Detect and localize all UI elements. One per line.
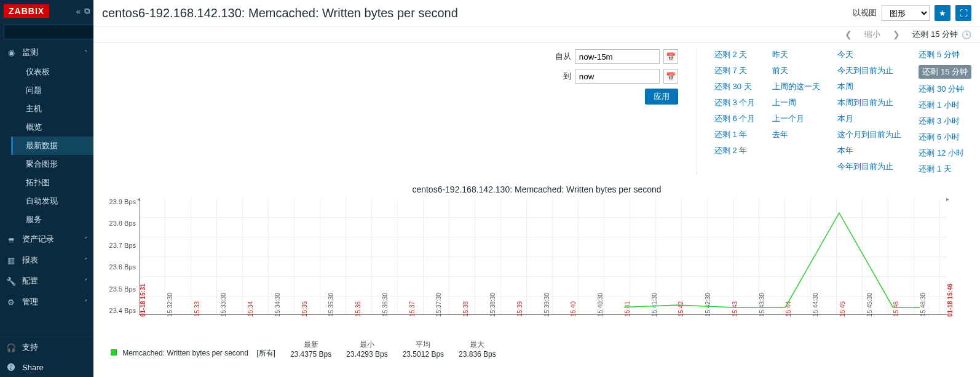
time-preset-link[interactable]: 还剩 2 年 [714,145,755,156]
time-preset-link[interactable]: 还剩 1 年 [714,129,755,140]
legend-col-val: 23.836 Bps [459,350,496,359]
time-preset-link[interactable]: 上一个月 [772,113,820,124]
time-preset-link[interactable]: 还剩 6 个月 [714,113,755,124]
sidebar-section-inventory[interactable]: ≣ 资产记录 ˅ [0,229,93,250]
time-preset-link[interactable]: 本周 [837,81,901,92]
sidebar-item-latestdata[interactable]: 最新数据 [11,137,93,155]
time-current-label: 还剩 15 分钟 [912,29,958,40]
sidebar-section-reports[interactable]: ▥ 报表 ˅ [0,250,93,271]
chevron-down-icon: ˅ [84,299,87,306]
time-preset-link[interactable]: 上一周 [772,97,820,108]
time-preset-link[interactable]: 本周到目前为止 [837,97,901,108]
y-tick-label: 23.8 Bps [105,220,136,227]
gear-icon: ⚙ [6,298,16,307]
legend-col-val: 23.4375 Bps [290,350,331,359]
y-tick-label: 23.4 Bps [105,307,136,314]
time-preset-link[interactable]: 还剩 12 小时 [919,148,971,159]
sidebar-item-problems[interactable]: 问题 [0,81,93,100]
sidebar-footer-label: Share [22,363,44,372]
time-preset-link[interactable]: 这个月到目前为止 [837,129,901,140]
sidebar-section-config[interactable]: 🔧 配置 ˅ [0,271,93,292]
sidebar-header: ZABBIX « ⧉ [0,0,93,22]
from-label: 自从 [547,51,571,62]
apply-button[interactable]: 应用 [645,89,678,105]
time-preset-link[interactable]: 还剩 5 分钟 [919,49,971,60]
sidebar-item-services[interactable]: 服务 [0,210,93,229]
y-tick-label: 23.5 Bps [105,285,136,293]
y-tick-label: 23.6 Bps [105,263,136,271]
time-preset-link[interactable]: 本年 [837,145,901,156]
sidebar-section-label: 管理 [22,296,38,308]
chart-plot-area[interactable]: ◂ ▸ 23.9 Bps23.8 Bps23.7 Bps23.6 Bps23.5… [139,198,947,315]
sidebar-item-screens[interactable]: 聚合图形 [0,155,93,173]
sidebar-share[interactable]: 🅩 Share [0,358,93,377]
clock-icon: 🕒 [962,30,971,39]
time-preset-link[interactable]: 上周的这一天 [772,81,820,92]
to-input[interactable] [575,69,660,84]
chart-title: centos6-192.168.142.130: Memcached: Writ… [102,181,971,198]
time-preset-link[interactable]: 今年到目前为止 [837,161,901,172]
to-label: 到 [547,71,571,82]
time-preset-link[interactable]: 还剩 3 小时 [919,116,971,127]
chart-line [140,198,947,314]
chart-container: centos6-192.168.142.130: Memcached: Writ… [93,181,980,365]
chart-y-axis: 23.9 Bps23.8 Bps23.7 Bps23.6 Bps23.5 Bps… [105,198,136,314]
time-preset-link[interactable]: 还剩 30 天 [714,81,755,92]
time-filter-panel: 自从 📅 到 📅 应用 还剩 2 天还剩 7 天还剩 30 天还剩 3 个月还剩… [93,43,980,181]
sidebar-section-label: 监测 [22,47,38,58]
y-tick-label: 23.9 Bps [105,198,136,205]
sidebar-section-label: 配置 [22,276,38,287]
sidebar-section-monitoring[interactable]: ◉ 监测 ˄ [0,42,93,63]
sidebar-collapse-icon[interactable]: « [76,7,81,16]
chevron-up-icon: ˄ [84,49,87,56]
sidebar-item-dashboard[interactable]: 仪表板 [0,63,93,81]
share-icon: 🅩 [6,363,16,372]
legend-col-val: 23.4293 Bps [346,350,387,359]
sidebar-item-maps[interactable]: 拓扑图 [0,173,93,192]
legend-col-val: 23.5012 Bps [403,350,444,359]
list-icon: ≣ [6,235,16,244]
time-preset-link[interactable]: 还剩 6 小时 [919,132,971,143]
time-preset-link[interactable]: 昨天 [772,49,820,60]
to-calendar-button[interactable]: 📅 [663,69,678,84]
fullscreen-button[interactable]: ⛶ [955,5,971,21]
from-calendar-button[interactable]: 📅 [663,49,678,64]
time-preset-link[interactable]: 还剩 30 分钟 [919,84,971,95]
expand-icon: ⛶ [960,9,968,18]
chart-x-axis: 01-18 15:3115:32:3015:3315:33:3015:3415:… [140,314,947,342]
legend-scope: [所有] [256,349,275,357]
sidebar-section-admin[interactable]: ⚙ 管理 ˅ [0,292,93,312]
time-preset-link[interactable]: 前天 [772,65,820,76]
calendar-icon: 📅 [666,72,676,81]
calendar-icon: 📅 [666,52,676,62]
time-preset-link[interactable]: 还剩 3 个月 [714,97,755,108]
sidebar-item-discovery[interactable]: 自动发现 [0,192,93,210]
sidebar-item-hosts[interactable]: 主机 [0,100,93,118]
time-preset-link[interactable]: 还剩 15 分钟 [919,65,971,79]
y-tick-label: 23.7 Bps [105,242,136,249]
sidebar-item-overview[interactable]: 概览 [0,118,93,137]
time-preset-link[interactable]: 去年 [772,129,820,140]
time-preset-link[interactable]: 还剩 1 小时 [919,100,971,111]
time-zoomout-button[interactable]: 缩小 [864,29,880,40]
eye-icon: ◉ [6,48,16,57]
from-input[interactable] [575,49,660,64]
time-preset-link[interactable]: 本月 [837,113,901,124]
brand-logo[interactable]: ZABBIX [4,4,49,18]
time-preset-link[interactable]: 还剩 2 天 [714,49,755,60]
time-preset-link[interactable]: 今天 [837,49,901,60]
sidebar-support[interactable]: 🎧 支持 [0,337,93,358]
time-preset-link[interactable]: 今天到目前为止 [837,65,901,76]
favorite-button[interactable]: ★ [935,5,950,21]
legend-color-swatch [111,349,117,355]
sidebar-footer-label: 支持 [22,342,38,353]
time-preset-link[interactable]: 还剩 7 天 [714,65,755,76]
time-current-range[interactable]: 还剩 15 分钟 🕒 [912,29,971,40]
time-preset-link[interactable]: 还剩 1 天 [919,164,971,175]
sidebar-hide-icon[interactable]: ⧉ [84,6,90,16]
time-prev-button[interactable]: ❮ [841,30,856,39]
view-select[interactable]: 图形 [882,5,930,21]
time-next-button[interactable]: ❯ [889,30,904,39]
time-navigation: ❮ 缩小 ❯ 还剩 15 分钟 🕒 [93,26,980,43]
sidebar-section-label: 资产记录 [22,234,54,245]
